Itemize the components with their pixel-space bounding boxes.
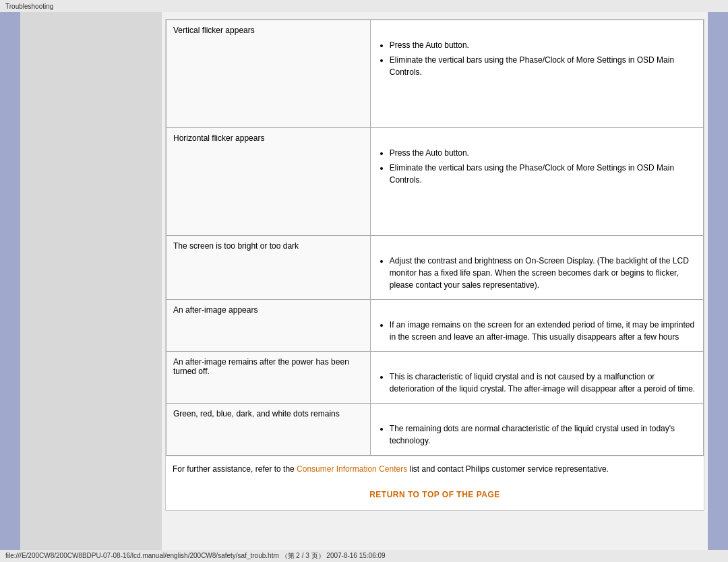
solution-cell: This is characteristic of liquid crystal… <box>370 352 703 404</box>
consumer-info-link[interactable]: Consumer Information Centers <box>297 464 407 474</box>
return-to-top-link[interactable]: RETURN TO TOP OF THE PAGE <box>369 490 500 499</box>
return-to-top: RETURN TO TOP OF THE PAGE <box>166 479 704 510</box>
solution-item: The remaining dots are normal characteri… <box>390 423 696 447</box>
top-bar-label: Troubleshooting <box>5 3 53 10</box>
solution-list: This is characteristic of liquid crystal… <box>377 371 696 395</box>
table-row: Vertical flicker appearsPress the Auto b… <box>166 20 704 128</box>
bottom-bar-label: file:///E/200CW8/200CW8BDPU-07-08-16/lcd… <box>5 551 386 561</box>
solution-cell: Press the Auto button.Eliminate the vert… <box>370 20 703 128</box>
footer-text-before: For further assistance, refer to the <box>173 464 297 474</box>
right-sidebar <box>708 12 728 550</box>
solution-item: Adjust the contrast and brightness on On… <box>390 255 696 291</box>
problem-cell: The screen is too bright or too dark <box>166 236 371 300</box>
problem-cell: An after-image remains after the power h… <box>166 352 371 404</box>
solution-item: Eliminate the vertical bars using the Ph… <box>390 54 696 78</box>
solution-item: Press the Auto button. <box>390 39 696 51</box>
solution-list: Press the Auto button.Eliminate the vert… <box>377 147 696 186</box>
problem-cell: Horizontal flicker appears <box>166 128 371 236</box>
table-row: Horizontal flicker appearsPress the Auto… <box>166 128 704 236</box>
solution-cell: If an image remains on the screen for an… <box>370 300 703 352</box>
footer-text-after: list and contact Philips customer servic… <box>407 464 609 474</box>
bottom-bar: file:///E/200CW8/200CW8BDPU-07-08-16/lcd… <box>0 550 728 562</box>
table-row: An after-image remains after the power h… <box>166 352 704 404</box>
solution-item: If an image remains on the screen for an… <box>390 319 696 343</box>
troubleshoot-table: Vertical flicker appearsPress the Auto b… <box>166 20 704 456</box>
table-row: The screen is too bright or too darkAdju… <box>166 236 704 300</box>
problem-cell: An after-image appears <box>166 300 371 352</box>
solution-list: If an image remains on the screen for an… <box>377 319 696 343</box>
solution-item: Eliminate the vertical bars using the Ph… <box>390 162 696 186</box>
solution-cell: Adjust the contrast and brightness on On… <box>370 236 703 300</box>
footer-note: For further assistance, refer to the Con… <box>166 456 704 479</box>
solution-list: The remaining dots are normal characteri… <box>377 423 696 447</box>
solution-list: Press the Auto button.Eliminate the vert… <box>377 39 696 78</box>
problem-cell: Green, red, blue, dark, and white dots r… <box>166 404 371 456</box>
problem-cell: Vertical flicker appears <box>166 20 371 128</box>
table-row: An after-image appearsIf an image remain… <box>166 300 704 352</box>
solution-list: Adjust the contrast and brightness on On… <box>377 255 696 291</box>
left-sidebar <box>0 12 20 550</box>
solution-cell: Press the Auto button.Eliminate the vert… <box>370 128 703 236</box>
top-bar: Troubleshooting <box>0 0 728 12</box>
solution-cell: The remaining dots are normal characteri… <box>370 404 703 456</box>
solution-item: Press the Auto button. <box>390 147 696 159</box>
solution-item: This is characteristic of liquid crystal… <box>390 371 696 395</box>
left-nav <box>20 12 162 550</box>
main-content: Vertical flicker appearsPress the Auto b… <box>162 12 708 550</box>
table-row: Green, red, blue, dark, and white dots r… <box>166 404 704 456</box>
content-inner: Vertical flicker appearsPress the Auto b… <box>165 19 704 511</box>
